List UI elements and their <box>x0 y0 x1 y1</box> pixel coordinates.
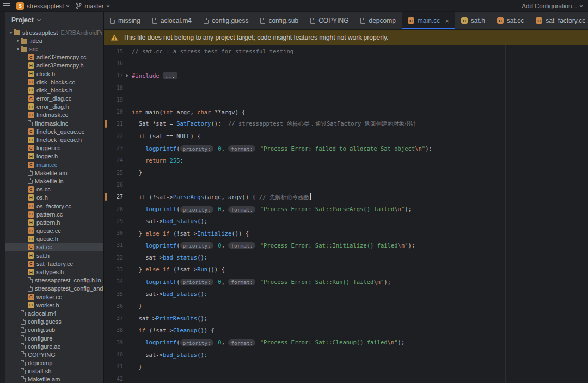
line-number[interactable]: 36 <box>107 303 123 309</box>
tree-item-stressapptest_config.h.in[interactable]: stressapptest_config.h.in <box>5 276 103 285</box>
tree-item-depcomp[interactable]: depcomp <box>5 359 103 367</box>
editor-tab-config.sub[interactable]: config.sub <box>254 12 304 29</box>
tool-window-stripe[interactable] <box>0 12 5 383</box>
line-number[interactable]: 40 <box>107 351 123 357</box>
line-number[interactable]: 21 <box>107 121 123 127</box>
tree-item-pattern.h[interactable]: Hpattern.h <box>5 218 103 226</box>
tree-expand-icon[interactable] <box>15 48 21 50</box>
tree-expand-icon[interactable] <box>8 32 14 34</box>
tree-item-pattern.cc[interactable]: Cpattern.cc <box>5 210 103 218</box>
tree-item-disk_blocks.h[interactable]: Hdisk_blocks.h <box>5 86 103 94</box>
hamburger-menu-icon[interactable] <box>3 3 10 8</box>
tree-item-sattypes.h[interactable]: Hsattypes.h <box>5 268 103 276</box>
line-number[interactable]: 27 <box>107 194 123 200</box>
add-configuration-button[interactable]: Add Configuration... <box>522 3 583 9</box>
line-number[interactable]: 18 <box>107 85 123 91</box>
tree-item-Makefile.am[interactable]: Makefile.am <box>5 169 103 177</box>
line-number[interactable]: 35 <box>107 291 123 297</box>
tree-item-Makefile.in[interactable]: Makefile.in <box>5 177 103 185</box>
line-number[interactable]: 39 <box>107 339 123 345</box>
tree-item-logger.h[interactable]: Hlogger.h <box>5 152 103 160</box>
tree-item-.idea[interactable]: .idea <box>5 36 103 45</box>
tree-item-os.cc[interactable]: Cos.cc <box>5 186 103 194</box>
editor-tab-sat.cc[interactable]: Csat.cc <box>491 12 530 29</box>
line-number[interactable]: 33 <box>107 267 123 273</box>
line-number[interactable]: 30 <box>107 230 123 236</box>
editor-tab-COPYING[interactable]: COPYING <box>304 12 354 29</box>
code-token: (); <box>197 315 207 322</box>
tree-item-config.guess[interactable]: config.guess <box>5 318 103 326</box>
tree-item-stressapptest_config_androi[interactable]: stressapptest_config_androi <box>5 285 103 293</box>
tree-item-configure.ac[interactable]: configure.ac <box>5 342 103 350</box>
editor-tab-sat.h[interactable]: Hsat.h <box>455 12 491 29</box>
tree-item-disk_blocks.cc[interactable]: Cdisk_blocks.cc <box>5 78 103 86</box>
tree-item-finelock_queue.cc[interactable]: Cfinelock_queue.cc <box>5 127 103 135</box>
editor-tab-aclocal.m4[interactable]: aclocal.m4 <box>146 12 198 29</box>
line-number[interactable]: 42 <box>107 376 123 382</box>
tree-item-clock.h[interactable]: Hclock.h <box>5 70 103 78</box>
tree-item-Makefile.am[interactable]: Makefile.am <box>5 375 103 383</box>
tree-item-finelock_queue.h[interactable]: Hfinelock_queue.h <box>5 135 103 144</box>
tree-item-error_diag.h[interactable]: Herror_diag.h <box>5 103 103 111</box>
code-text: logprintf(priority: 0, format: "Process … <box>132 339 405 345</box>
editor-tab-sat_factory.cc[interactable]: Csat_factory.cc <box>530 12 588 29</box>
line-number[interactable]: 15 <box>107 48 123 54</box>
line-number[interactable]: 41 <box>107 363 123 369</box>
tree-item-sat.h[interactable]: Hsat.h <box>5 251 103 260</box>
editor-tab-main.cc[interactable]: Cmain.cc× <box>402 12 455 29</box>
tree-item-worker.h[interactable]: Hworker.h <box>5 301 103 309</box>
project-selector[interactable]: S stressapptest <box>16 2 69 10</box>
tree-item-error_diag.cc[interactable]: Cerror_diag.cc <box>5 95 103 103</box>
tree-item-os_factory.cc[interactable]: Cos_factory.cc <box>5 202 103 210</box>
tree-item-install-sh[interactable]: install-sh <box>5 367 103 375</box>
line-number[interactable]: 20 <box>107 109 123 115</box>
tree-item-adler32memcpy.cc[interactable]: Cadler32memcpy.cc <box>5 53 103 61</box>
line-number[interactable]: 17 <box>107 72 123 78</box>
tree-item-queue.h[interactable]: Hqueue.h <box>5 235 103 243</box>
tree-item-config.sub[interactable]: config.sub <box>5 326 103 334</box>
line-number[interactable]: 16 <box>107 60 123 66</box>
tree-item-adler32memcpy.h[interactable]: Hadler32memcpy.h <box>5 61 103 70</box>
line-number[interactable]: 19 <box>107 97 123 103</box>
vcs-branch-selector[interactable]: master <box>76 2 109 9</box>
line-number[interactable]: 26 <box>107 182 123 188</box>
fold-arrow-icon[interactable] <box>126 74 128 77</box>
tree-item-stressapptest[interactable]: stressapptestE:\RBAndroidProje <box>5 28 103 36</box>
tree-item-main.cc[interactable]: Cmain.cc <box>5 160 103 169</box>
editor-tab-depcomp[interactable]: depcomp <box>354 12 401 29</box>
tree-item-src[interactable]: src <box>5 45 103 53</box>
tree-item-configure[interactable]: configure <box>5 334 103 342</box>
tree-item-sat_factory.cc[interactable]: Csat_factory.cc <box>5 260 103 268</box>
editor-tab-config.guess[interactable]: config.guess <box>198 12 254 29</box>
cpp-source-icon: C <box>28 95 34 102</box>
tree-item-COPYING[interactable]: COPYING <box>5 350 103 359</box>
line-number[interactable]: 32 <box>107 255 123 261</box>
line-number[interactable]: 31 <box>107 242 123 248</box>
code-token: Run <box>197 266 207 273</box>
line-number[interactable]: 23 <box>107 145 123 151</box>
line-number[interactable]: 28 <box>107 206 123 212</box>
line-number[interactable]: 22 <box>107 133 123 139</box>
line-number[interactable]: 38 <box>107 327 123 333</box>
tree-item-sat.cc[interactable]: Csat.cc <box>5 243 103 251</box>
project-panel-header[interactable]: Project <box>5 12 103 28</box>
line-number[interactable]: 25 <box>107 170 123 176</box>
folder-icon <box>21 39 27 44</box>
tree-item-findmask.inc[interactable]: findmask.inc <box>5 119 103 127</box>
tree-item-queue.cc[interactable]: Cqueue.cc <box>5 227 103 235</box>
tree-item-worker.cc[interactable]: Cworker.cc <box>5 293 103 301</box>
tree-item-findmask.cc[interactable]: Cfindmask.cc <box>5 111 103 119</box>
close-tab-icon[interactable]: × <box>445 17 449 24</box>
code-text: if (!sat->Cleanup()) { <box>132 327 215 333</box>
line-number[interactable]: 24 <box>107 157 123 163</box>
code-editor[interactable]: 15// sat.cc : a stress test for stressfu… <box>104 45 588 383</box>
editor-tab-missing[interactable]: missing <box>104 12 146 29</box>
tree-item-os.h[interactable]: Hos.h <box>5 194 103 202</box>
line-number[interactable]: 34 <box>107 279 123 285</box>
tree-item-aclocal.m4[interactable]: aclocal.m4 <box>5 309 103 317</box>
line-number[interactable]: 37 <box>107 315 123 321</box>
line-number[interactable]: 29 <box>107 218 123 224</box>
tree-expand-icon[interactable] <box>15 39 21 42</box>
tree-item-logger.cc[interactable]: Clogger.cc <box>5 144 103 152</box>
code-text: sat->bad_status(); <box>132 291 207 297</box>
